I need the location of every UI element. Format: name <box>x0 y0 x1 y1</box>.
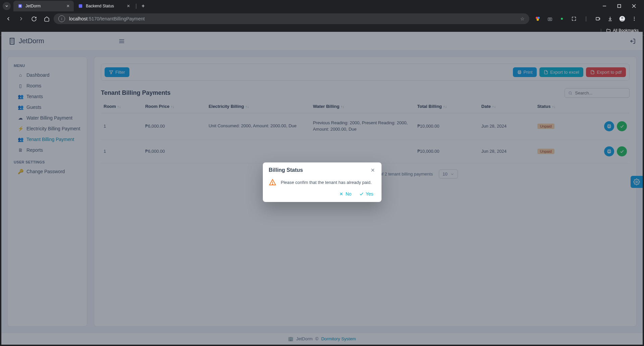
tab-close-icon[interactable]: ✕ <box>66 4 70 8</box>
profile-avatar-icon[interactable] <box>617 14 627 24</box>
svg-rect-11 <box>548 18 551 20</box>
browser-toolbar-icons: | <box>531 14 641 24</box>
warning-icon <box>269 179 276 186</box>
url-host: localhost <box>69 16 87 21</box>
camera-icon[interactable] <box>545 14 555 24</box>
modal-close-button[interactable] <box>370 167 375 173</box>
new-tab-button[interactable]: + <box>138 3 148 9</box>
tab-favicon <box>78 3 83 9</box>
tab-bar: JetDorm ✕ Backend Status ✕ | + <box>0 0 644 12</box>
svg-point-19 <box>634 18 635 19</box>
svg-rect-14 <box>596 17 599 20</box>
svg-point-18 <box>634 17 635 17</box>
tabs-dropdown-button[interactable] <box>3 2 11 10</box>
kebab-menu-icon[interactable] <box>629 14 639 24</box>
svg-rect-3 <box>79 4 82 8</box>
shield-icon[interactable] <box>557 14 567 24</box>
modal-no-button[interactable]: No <box>339 191 352 197</box>
modal-header: Billing Status <box>263 162 382 176</box>
tab-favicon <box>17 3 23 9</box>
url-path: /tenantBillingPayment <box>99 16 144 21</box>
svg-point-20 <box>634 20 635 20</box>
svg-rect-5 <box>618 5 621 8</box>
bookmark-star-icon[interactable]: ☆ <box>520 16 525 21</box>
svg-point-10 <box>537 18 539 21</box>
tab-divider: | <box>135 3 137 9</box>
tab-close-icon[interactable]: ✕ <box>127 4 130 8</box>
media-icon[interactable] <box>593 14 603 24</box>
browser-chrome: JetDorm ✕ Backend Status ✕ | + i localho… <box>0 0 644 36</box>
home-button[interactable] <box>41 13 52 24</box>
svg-rect-1 <box>19 5 21 6</box>
url-port: :5170 <box>87 16 99 21</box>
modal-message: Please confim that the tenant has alread… <box>281 180 372 185</box>
minimize-button[interactable] <box>597 1 612 11</box>
modal-title: Billing Status <box>269 167 303 173</box>
address-bar-row: i localhost:5170/tenantBillingPayment ☆ … <box>0 12 644 25</box>
modal-actions: No Yes <box>263 190 382 202</box>
extensions-puzzle-icon[interactable] <box>569 14 579 24</box>
close-window-button[interactable] <box>627 1 641 11</box>
address-bar[interactable]: i localhost:5170/tenantBillingPayment ☆ <box>54 13 529 24</box>
modal-overlay[interactable]: Billing Status Please confim that the te… <box>1 32 643 345</box>
svg-rect-2 <box>19 6 21 7</box>
svg-point-12 <box>549 18 550 20</box>
tab-title: Backend Status <box>86 4 114 8</box>
tab-backend-status[interactable]: Backend Status ✕ <box>74 1 134 11</box>
download-icon[interactable] <box>605 14 615 24</box>
close-icon <box>370 167 375 173</box>
modal-yes-label: Yes <box>366 191 373 197</box>
billing-status-modal: Billing Status Please confim that the te… <box>263 162 382 202</box>
extension-icon[interactable] <box>533 14 543 24</box>
nav-back-button[interactable] <box>3 13 14 24</box>
svg-point-48 <box>272 184 273 185</box>
tab-title: JetDorm <box>25 4 41 8</box>
close-icon <box>339 192 344 196</box>
maximize-button[interactable] <box>612 1 627 11</box>
reload-button[interactable] <box>28 13 40 24</box>
app-window: JetDorm MENU ⌂Dashboard ▯Rooms 👥Tenants … <box>1 32 643 345</box>
toolbar-divider: | <box>581 14 591 24</box>
modal-body: Please confim that the tenant has alread… <box>263 176 382 190</box>
site-info-icon[interactable]: i <box>58 15 65 22</box>
svg-point-13 <box>561 18 563 20</box>
nav-forward-button[interactable] <box>15 13 27 24</box>
svg-point-17 <box>621 17 624 19</box>
svg-rect-0 <box>18 4 22 8</box>
check-icon <box>359 192 364 196</box>
tab-jetdorm[interactable]: JetDorm ✕ <box>13 1 74 11</box>
modal-no-label: No <box>346 191 352 197</box>
window-controls <box>597 1 641 11</box>
modal-yes-button[interactable]: Yes <box>359 191 373 197</box>
